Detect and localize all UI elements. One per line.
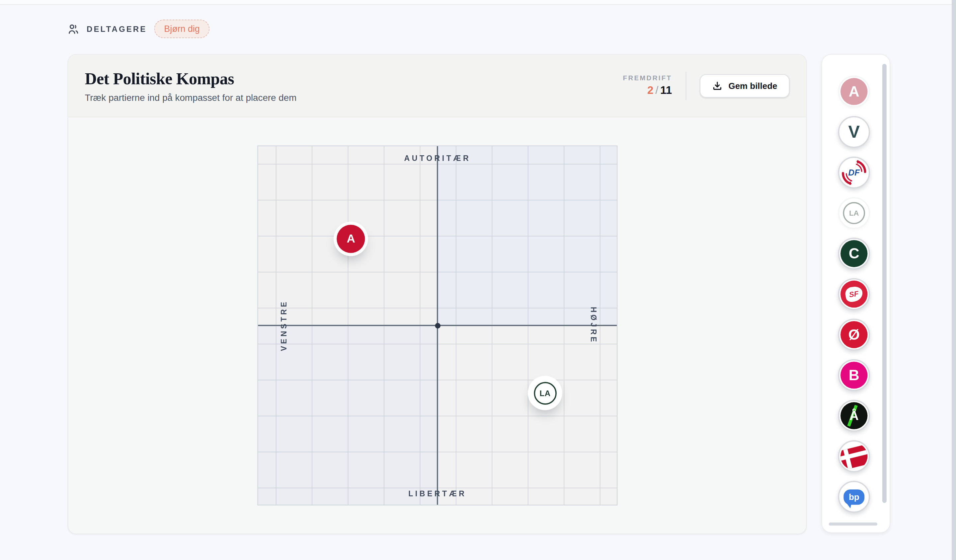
sidebar-vertical-scrollbar[interactable] — [882, 64, 887, 503]
party-token-c[interactable]: C — [838, 237, 870, 269]
party-logo-bp: bp — [841, 483, 867, 510]
download-icon — [712, 80, 722, 91]
party-logo-aa: Å — [841, 402, 867, 429]
party-token-flag[interactable] — [838, 440, 870, 472]
participant-badge[interactable]: Bjørn dig — [154, 20, 210, 38]
party-list: AVDFLACSFØBÅbp — [822, 55, 886, 532]
quadrant-top-right — [437, 146, 617, 325]
compass-board[interactable]: AUTORITÆR LIBERTÆR VENSTRE HØJRE ALA — [258, 146, 618, 506]
compass-card: Det Politiske Kompas Træk partierne ind … — [68, 54, 807, 534]
axis-center-dot — [435, 323, 440, 328]
progress-value: 2/11 — [623, 84, 672, 97]
axis-label-libertarian: LIBERTÆR — [408, 489, 466, 498]
danish-flag-icon — [841, 442, 867, 469]
progress-separator: / — [654, 84, 660, 97]
quadrant-bottom-left — [258, 325, 437, 505]
party-token-b[interactable]: B — [838, 359, 870, 391]
axis-label-authoritarian: AUTORITÆR — [404, 154, 471, 163]
party-logo-v: V — [841, 118, 867, 145]
header-divider — [686, 72, 686, 100]
progress-label: FREMDRIFT — [623, 74, 672, 82]
page-scrollbar[interactable] — [952, 0, 956, 560]
party-token-df[interactable]: DF — [838, 157, 870, 188]
axis-label-left: VENSTRE — [280, 300, 288, 351]
party-logo-b: B — [841, 362, 867, 389]
party-logo-df: DF — [841, 159, 867, 186]
party-logo-a: A — [841, 78, 867, 105]
progress-current: 2 — [647, 84, 654, 97]
participants-label: DELTAGERE — [86, 24, 147, 33]
party-token-a: A — [838, 76, 870, 108]
card-header-controls: FREMDRIFT 2/11 Gem billede — [623, 72, 790, 100]
participants-row: DELTAGERE Bjørn dig — [68, 20, 210, 38]
page: DELTAGERE Bjørn dig Det Politiske Kompas… — [0, 0, 956, 560]
progress-total: 11 — [660, 84, 672, 97]
save-button-label: Gem billede — [729, 81, 777, 91]
axis-label-right: HØJRE — [589, 307, 598, 344]
party-tray: AVDFLACSFØBÅbp — [822, 54, 890, 533]
save-image-button[interactable]: Gem billede — [700, 74, 790, 97]
quadrant-bottom-right — [437, 325, 617, 505]
top-navbar-edge — [0, 0, 956, 5]
party-token-v[interactable]: V — [838, 116, 870, 148]
progress-block: FREMDRIFT 2/11 — [623, 74, 672, 97]
page-title: Det Politiske Kompas — [85, 69, 296, 88]
party-logo-la: LA — [841, 200, 867, 227]
board-token-a[interactable]: A — [337, 225, 365, 253]
party-logo-sf: SF — [841, 281, 867, 307]
sidebar-horizontal-scrollbar[interactable] — [829, 522, 877, 525]
party-logo-c: C — [841, 240, 867, 267]
party-token-oe[interactable]: Ø — [838, 319, 870, 351]
party-token-sf[interactable]: SF — [838, 278, 870, 310]
party-token-la: LA — [838, 197, 870, 229]
users-icon — [68, 23, 79, 35]
party-token-aa[interactable]: Å — [838, 400, 870, 431]
party-logo-oe: Ø — [841, 321, 867, 348]
svg-text:DF: DF — [848, 168, 860, 177]
board-token-la[interactable]: LA — [531, 379, 559, 407]
card-header: Det Politiske Kompas Træk partierne ind … — [68, 55, 806, 118]
card-header-text: Det Politiske Kompas Træk partierne ind … — [85, 69, 296, 102]
page-subtitle: Træk partierne ind på kompasset for at p… — [85, 92, 296, 102]
party-token-bp[interactable]: bp — [838, 481, 870, 513]
